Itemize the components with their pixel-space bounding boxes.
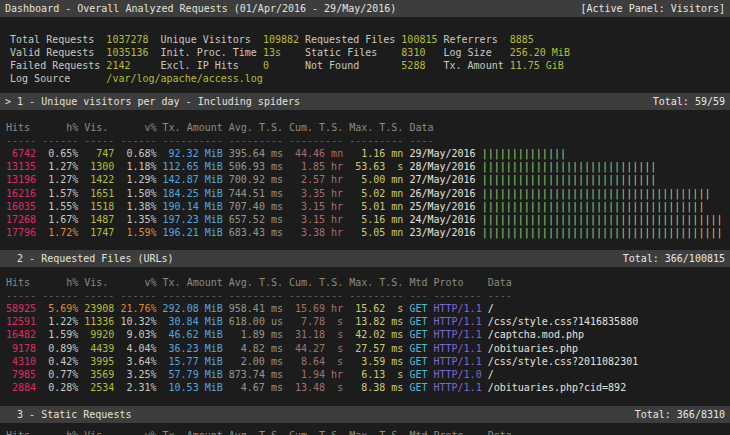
metric-label: Valid Requests [10, 46, 106, 59]
hits-percent: 0.42% [42, 355, 78, 368]
active-panel-marker: > [5, 96, 17, 107]
visitors: 11336 [84, 315, 114, 328]
request-row[interactable]: 2884 0.28% 2534 2.31% 10.53 MiB 4.67 ms … [0, 381, 730, 394]
request-row[interactable]: 4310 0.42% 3995 3.64% 15.77 MiB 2.00 ms … [0, 355, 730, 368]
hits-bar: ||||||||||||||||||||||||||||| [482, 173, 657, 186]
panel-title: 1 - Unique visitors per day - Including … [17, 96, 300, 107]
avg-time-served: 506.93 ms [229, 160, 283, 173]
visitors-percent: 3.64% [120, 355, 156, 368]
http-protocol: HTTP/1.1 [433, 342, 481, 355]
hits-percent: 1.22% [42, 315, 78, 328]
hits-percent: 5.69% [42, 302, 78, 315]
cum-time-served: 3.15 hr [289, 200, 343, 213]
metric-value: 109882 [263, 33, 305, 46]
metric-value: 1035136 [106, 46, 160, 59]
visitor-row[interactable]: 6742 0.65% 747 0.68% 92.32 MiB 395.64 ms… [0, 147, 730, 160]
visitors-percent: 1.38% [120, 200, 156, 213]
hits-bar: |||||||||||||||||||||||||||||||||||||||| [482, 226, 723, 239]
avg-time-served: 4.82 ms [229, 342, 283, 355]
request-url: / [488, 302, 494, 315]
visitor-row[interactable]: 16035 1.55% 1518 1.38% 190.14 MiB 707.40… [0, 200, 730, 213]
avg-time-served: 1.89 ms [229, 328, 283, 341]
panel-marker [5, 253, 17, 264]
visitor-row[interactable]: 16216 1.57% 1651 1.50% 184.25 MiB 744.51… [0, 187, 730, 200]
cum-time-served: 13.48 s [289, 381, 343, 394]
visitors: 1747 [84, 226, 114, 239]
request-url: /css/style.css?2011082301 [488, 355, 639, 368]
hits: 13196 [0, 173, 36, 186]
visitor-row[interactable]: 13196 1.27% 1422 1.29% 142.87 MiB 700.92… [0, 173, 730, 186]
column-headers: Hits h% Vis. v% Tx. Amount Avg. T.S. Cum… [0, 121, 730, 134]
visitors-percent: 21.76% [120, 302, 156, 315]
visitor-row[interactable]: 17268 1.67% 1487 1.35% 197.23 MiB 657.52… [0, 213, 730, 226]
hits: 16482 [0, 328, 36, 341]
hits: 13135 [0, 160, 36, 173]
tx-amount: 46.62 MiB [163, 328, 223, 341]
panel-header-unique-visitors[interactable]: > 1 - Unique visitors per day - Includin… [0, 93, 730, 110]
request-url: /obituaries.php?cid=892 [488, 381, 626, 394]
http-method: GET [409, 342, 427, 355]
visitors-percent: 1.35% [120, 213, 156, 226]
visitors: 4439 [84, 342, 114, 355]
visitors: 3995 [84, 355, 114, 368]
http-method: GET [409, 328, 427, 341]
hits: 58925 [0, 302, 36, 315]
tx-amount: 36.23 MiB [163, 342, 223, 355]
visitors: 3569 [84, 368, 114, 381]
column-headers: Hits h% Vis. v% Tx. Amount Avg. T.S. Cum… [0, 276, 730, 289]
tx-amount: 15.77 MiB [163, 355, 223, 368]
avg-time-served: 707.40 ms [229, 200, 283, 213]
visitor-row[interactable]: 17796 1.72% 1747 1.59% 196.21 MiB 683.43… [0, 226, 730, 239]
cum-time-served: 3.38 hr [289, 226, 343, 239]
tx-amount: 292.08 MiB [163, 302, 223, 315]
max-time-served: 5.01 mn [349, 200, 403, 213]
panel-header-requested-files[interactable]: 2 - Requested Files (URLs) Total: 366/10… [0, 250, 730, 267]
request-row[interactable]: 58925 5.69% 23908 21.76% 292.08 MiB 958.… [0, 302, 730, 315]
visitor-row[interactable]: 13135 1.27% 1300 1.18% 112.65 MiB 506.93… [0, 160, 730, 173]
panel-total: Total: 366/8310 [635, 408, 725, 421]
hits-bar: |||||||||||||||||||||||||||||||||||||| [482, 187, 711, 200]
http-method: GET [409, 368, 427, 381]
max-time-served: 5.02 mn [349, 187, 403, 200]
tx-amount: 197.23 MiB [163, 213, 223, 226]
request-url: /css/style.css?1416835880 [488, 315, 639, 328]
date: 26/May/2016 [409, 187, 475, 200]
hits-percent: 0.77% [42, 368, 78, 381]
tx-amount: 92.32 MiB [163, 147, 223, 160]
panel-total: Total: 59/59 [653, 95, 725, 108]
column-headers-clipped: Hits h% Vis. v% Tx. Amount Avg. T.S. Cum… [0, 429, 730, 435]
hits-percent: 1.72% [42, 226, 78, 239]
max-time-served: 5.00 mn [349, 173, 403, 186]
hits: 16216 [0, 187, 36, 200]
visitors: 1518 [84, 200, 114, 213]
title-bar: Dashboard - Overall Analyzed Requests (0… [0, 0, 730, 17]
avg-time-served: 744.51 ms [229, 187, 283, 200]
max-time-served: 1.16 mn [349, 147, 403, 160]
date: 23/May/2016 [409, 226, 475, 239]
hits: 16035 [0, 200, 36, 213]
goaccess-dashboard: Dashboard - Overall Analyzed Requests (0… [0, 0, 730, 435]
avg-time-served: 395.64 ms [229, 147, 283, 160]
window-title: Dashboard - Overall Analyzed Requests (0… [5, 2, 396, 15]
tx-amount: 112.65 MiB [163, 160, 223, 173]
max-time-served: 8.38 ms [349, 381, 403, 394]
hits-percent: 0.89% [42, 342, 78, 355]
max-time-served: 3.59 ms [349, 355, 403, 368]
visitors-percent: 10.32% [120, 315, 156, 328]
max-time-served: 5.16 mn [349, 213, 403, 226]
metric-value: 0 [263, 59, 305, 72]
tx-amount: 10.53 MiB [163, 381, 223, 394]
panel-header-static-requests[interactable]: 3 - Static Requests Total: 366/8310 [0, 406, 730, 423]
metric-value: 100815 [401, 33, 443, 46]
request-row[interactable]: 7985 0.77% 3569 3.25% 57.79 MiB 873.74 m… [0, 368, 730, 381]
visitors: 23908 [84, 302, 114, 315]
request-row[interactable]: 16482 1.59% 9920 9.03% 46.62 MiB 1.89 ms… [0, 328, 730, 341]
cum-time-served: 44.46 mn [289, 147, 343, 160]
request-row[interactable]: 9178 0.89% 4439 4.04% 36.23 MiB 4.82 ms … [0, 342, 730, 355]
max-time-served: 15.62 s [349, 302, 403, 315]
hits: 4310 [0, 355, 36, 368]
http-protocol: HTTP/1.1 [433, 315, 481, 328]
date: 28/May/2016 [409, 160, 475, 173]
tx-amount: 30.84 MiB [163, 315, 223, 328]
request-row[interactable]: 12591 1.22% 11336 10.32% 30.84 MiB 618.0… [0, 315, 730, 328]
